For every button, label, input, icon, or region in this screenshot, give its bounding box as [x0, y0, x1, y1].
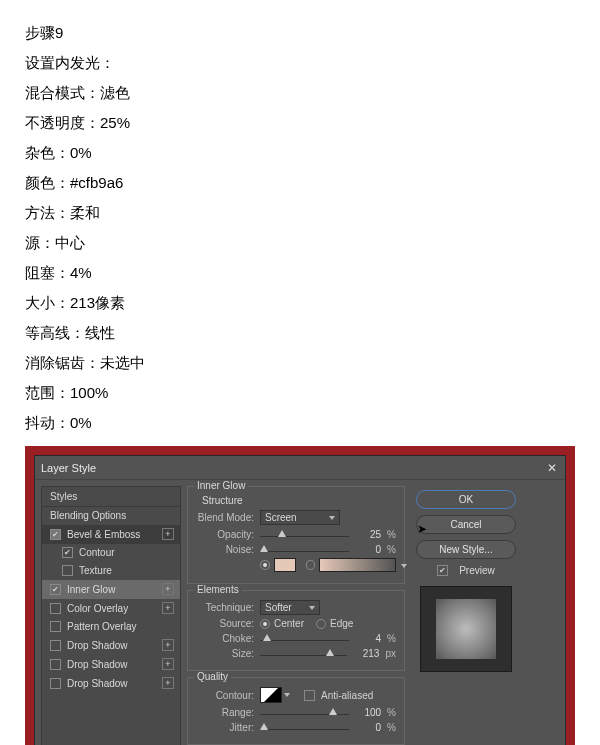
blend-mode-dropdown[interactable]: Screen [260, 510, 340, 525]
step-heading: 步骤9 [25, 18, 575, 48]
section-title: Inner Glow [194, 480, 248, 491]
source-center-label: Center [274, 618, 304, 629]
opacity-value[interactable]: 25 [353, 529, 381, 540]
elements-section: Elements Technique: Softer Source: Cente… [187, 590, 405, 671]
instr-line: 不透明度：25% [25, 108, 575, 138]
size-label: Size: [196, 648, 254, 659]
preview-box [420, 586, 512, 672]
contour-label: Contour: [196, 690, 254, 701]
instr-line: 方法：柔和 [25, 198, 575, 228]
section-title: Elements [194, 584, 242, 595]
plus-icon[interactable]: + [162, 677, 174, 689]
ok-button[interactable]: OK [416, 490, 516, 509]
source-center-radio[interactable] [260, 619, 270, 629]
color-swatch[interactable] [274, 558, 296, 572]
checkbox-icon[interactable] [62, 565, 73, 576]
cancel-button[interactable]: Cancel [416, 515, 516, 534]
size-slider[interactable] [260, 647, 347, 659]
checkbox-icon[interactable] [62, 547, 73, 558]
source-edge-radio[interactable] [316, 619, 326, 629]
color-radio[interactable] [260, 560, 270, 570]
choke-label: Choke: [196, 633, 254, 644]
instr-line: 大小：213像素 [25, 288, 575, 318]
jitter-value[interactable]: 0 [353, 722, 381, 733]
plus-icon[interactable]: + [162, 602, 174, 614]
plus-icon[interactable]: + [162, 639, 174, 651]
section-subtitle: Structure [202, 495, 396, 506]
section-title: Quality [194, 671, 231, 682]
instr-line: 混合模式：滤色 [25, 78, 575, 108]
style-pattern-overlay[interactable]: Pattern Overlay [42, 618, 180, 636]
instr-line: 阻塞：4% [25, 258, 575, 288]
size-value[interactable]: 213 [351, 648, 379, 659]
noise-value[interactable]: 0 [353, 544, 381, 555]
choke-value[interactable]: 4 [353, 633, 381, 644]
instr-line: 等高线：线性 [25, 318, 575, 348]
checkbox-icon[interactable] [50, 678, 61, 689]
titlebar: Layer Style ✕ [35, 456, 565, 480]
contour-thumb [260, 687, 282, 703]
settings-panel: Inner Glow Structure Blend Mode: Screen … [187, 486, 405, 745]
buttons-column: OK Cancel New Style... Preview [411, 486, 521, 745]
range-label: Range: [196, 707, 254, 718]
checkbox-icon[interactable] [50, 621, 61, 632]
blend-mode-label: Blend Mode: [196, 512, 254, 523]
style-bevel-emboss[interactable]: Bevel & Emboss + [42, 525, 180, 544]
checkbox-icon[interactable] [50, 640, 61, 651]
blending-options[interactable]: Blending Options [42, 507, 180, 525]
instr-line: 颜色：#cfb9a6 [25, 168, 575, 198]
style-drop-shadow[interactable]: Drop Shadow + [42, 674, 180, 693]
antialiased-label: Anti-aliased [321, 690, 373, 701]
gradient-radio[interactable] [306, 560, 316, 570]
preview-label: Preview [459, 565, 495, 576]
checkbox-icon[interactable] [50, 659, 61, 670]
preview-swatch [436, 599, 496, 659]
range-slider[interactable] [260, 706, 349, 718]
instr-line: 源：中心 [25, 228, 575, 258]
opacity-label: Opacity: [196, 529, 254, 540]
style-contour[interactable]: Contour [42, 544, 180, 562]
style-drop-shadow[interactable]: Drop Shadow + [42, 636, 180, 655]
style-texture[interactable]: Texture [42, 562, 180, 580]
instr-line: 杂色：0% [25, 138, 575, 168]
dialog-title: Layer Style [41, 462, 96, 474]
source-edge-label: Edge [330, 618, 353, 629]
instr-line: 抖动：0% [25, 408, 575, 438]
gradient-swatch[interactable] [319, 558, 396, 572]
checkbox-icon[interactable] [50, 603, 61, 614]
close-icon[interactable]: ✕ [545, 461, 559, 475]
styles-panel: Styles Blending Options Bevel & Emboss +… [41, 486, 181, 745]
range-value[interactable]: 100 [353, 707, 381, 718]
plus-icon[interactable]: + [162, 658, 174, 670]
styles-header[interactable]: Styles [42, 487, 180, 507]
screenshot-frame: Layer Style ✕ Styles Blending Options Be… [25, 446, 575, 745]
noise-label: Noise: [196, 544, 254, 555]
checkbox-icon[interactable] [50, 529, 61, 540]
preview-checkbox[interactable] [437, 565, 448, 576]
style-color-overlay[interactable]: Color Overlay + [42, 599, 180, 618]
structure-section: Inner Glow Structure Blend Mode: Screen … [187, 486, 405, 584]
layer-style-dialog: Layer Style ✕ Styles Blending Options Be… [34, 455, 566, 745]
quality-section: Quality Contour: Anti-aliased Range: 100… [187, 677, 405, 745]
contour-picker[interactable] [260, 687, 290, 703]
new-style-button[interactable]: New Style... [416, 540, 516, 559]
instr-line: 设置内发光： [25, 48, 575, 78]
jitter-label: Jitter: [196, 722, 254, 733]
opacity-slider[interactable] [260, 528, 349, 540]
technique-label: Technique: [196, 602, 254, 613]
noise-slider[interactable] [260, 543, 349, 555]
style-inner-glow[interactable]: Inner Glow + [42, 580, 180, 599]
cursor-icon: ➤ [417, 522, 427, 536]
plus-icon[interactable]: + [162, 528, 174, 540]
source-label: Source: [196, 618, 254, 629]
style-drop-shadow[interactable]: Drop Shadow + [42, 655, 180, 674]
antialiased-checkbox[interactable] [304, 690, 315, 701]
checkbox-icon[interactable] [50, 584, 61, 595]
jitter-slider[interactable] [260, 721, 349, 733]
choke-slider[interactable] [260, 632, 349, 644]
technique-dropdown[interactable]: Softer [260, 600, 320, 615]
plus-icon[interactable]: + [162, 583, 174, 595]
instr-line: 消除锯齿：未选中 [25, 348, 575, 378]
instr-line: 范围：100% [25, 378, 575, 408]
